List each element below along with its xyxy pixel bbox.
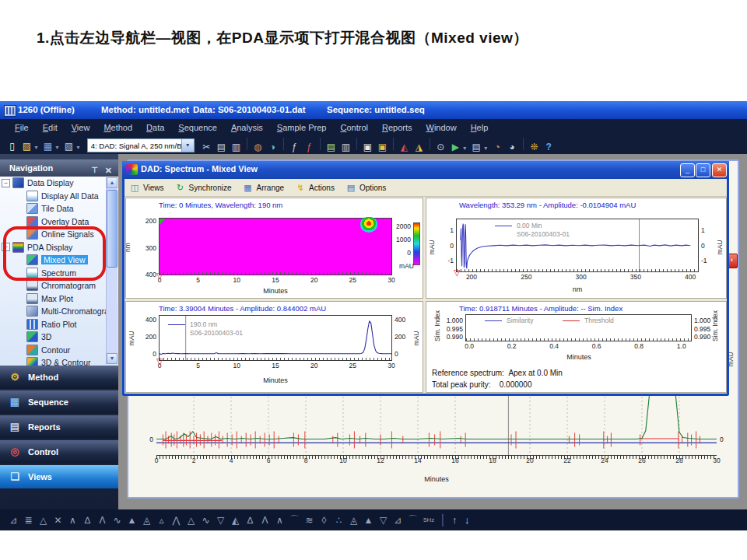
report-icon[interactable]: ▤	[470, 140, 483, 154]
sidebar-button-control[interactable]: ◎Control	[0, 440, 118, 464]
globe-icon[interactable]: ◍	[251, 140, 265, 154]
integration-tool-icon[interactable]: ≣	[21, 515, 36, 526]
arrow-down-icon[interactable]: ↓	[461, 514, 473, 526]
save-icon[interactable]: ▦	[41, 139, 54, 153]
integration-tool-icon[interactable]: ∧	[65, 515, 80, 526]
integration-tool-icon[interactable]: △	[184, 515, 198, 526]
dad-toolbar-options[interactable]: ▤Options	[345, 183, 386, 192]
tree-item-data-display[interactable]: –Data Display	[0, 177, 118, 190]
red-cursor-marker-icon[interactable]: ▽	[156, 356, 163, 366]
integration-tool-icon[interactable]: ◊	[317, 515, 331, 526]
menu-method[interactable]: Method	[96, 121, 139, 134]
integration-tool-icon[interactable]: ◬	[346, 515, 361, 526]
navigation-header[interactable]: Navigation ⊤ ✕	[0, 159, 118, 177]
timer-icon[interactable]: ◔	[491, 140, 504, 154]
calibrate-icon[interactable]: ▣	[361, 140, 374, 154]
dad-toolbar-actions[interactable]: ↯Actions	[295, 183, 335, 192]
dad-toolbar-synchronize[interactable]: ↻Synchronize	[175, 183, 232, 192]
contour-plot-area[interactable]: 051015202530200300400◤▽	[159, 218, 392, 275]
tree-item-tile-data[interactable]: Tile Data	[0, 202, 118, 215]
integration-tool-icon[interactable]: ∿	[110, 515, 124, 526]
chromatogram-plot-area[interactable]: 02468101214161820222426283000	[156, 393, 717, 455]
green-cursor-marker-icon[interactable]: ◤	[160, 217, 166, 226]
sidebar-button-reports[interactable]: ▤Reports	[0, 415, 118, 439]
menu-control[interactable]: Control	[333, 121, 374, 134]
integration-tool-icon[interactable]: ▽	[376, 515, 391, 526]
menu-data[interactable]: Data	[139, 121, 171, 134]
integration-tool-icon[interactable]: ✕	[51, 515, 65, 526]
integration-tool-icon[interactable]: ≋	[302, 515, 317, 526]
auto-integrate-icon[interactable]: ◮	[412, 140, 426, 154]
sidebar-button-views[interactable]: ❏Views	[0, 465, 118, 488]
scrollbar-thumb[interactable]	[107, 190, 117, 268]
red-cursor-marker-icon[interactable]: ▽	[454, 268, 460, 278]
integrate-icon[interactable]: ◭	[398, 140, 411, 154]
tree-item-max-plot[interactable]: Max Plot	[0, 292, 118, 306]
sidebar-button-method[interactable]: ⚙Method	[0, 366, 118, 389]
maximize-button[interactable]: □	[696, 163, 710, 177]
menu-file[interactable]: File	[8, 121, 36, 134]
print-icon[interactable]: ▧	[62, 139, 75, 153]
integration-tool-icon[interactable]: ⊿	[391, 515, 405, 526]
function-red-icon[interactable]: ƒ	[303, 140, 316, 154]
tree-item-chromatogram[interactable]: Chromatogram	[0, 279, 118, 292]
scroll-down-icon[interactable]: ▼	[107, 353, 117, 364]
close-button[interactable]: ✕	[712, 163, 727, 177]
integration-tool-icon[interactable]: ∴	[331, 515, 346, 526]
integration-tool-icon[interactable]: ▲	[124, 515, 139, 526]
integration-tool-icon[interactable]: ▲	[361, 515, 376, 526]
integration-tool-icon[interactable]: ∆	[80, 515, 95, 526]
dropdown-arrow-icon[interactable]: ▼	[462, 145, 468, 151]
open-icon[interactable]: ▨	[20, 139, 33, 153]
copy-icon[interactable]: ▤	[215, 140, 228, 154]
paste-icon[interactable]: ▥	[230, 140, 243, 154]
menu-sample-prep[interactable]: Sample Prep	[270, 121, 334, 134]
integration-tool-icon[interactable]: Λ	[258, 515, 272, 526]
dad-toolbar-arrange[interactable]: ▦Arrange	[243, 183, 285, 192]
app-titlebar[interactable]: 1260 (Offline) Method: untitled.met Data…	[0, 101, 747, 119]
integration-tool-icon[interactable]: ⋀	[169, 515, 184, 526]
tree-item-display-all-data[interactable]: Display All Data	[0, 190, 118, 203]
dropdown-arrow-icon[interactable]: ▼	[54, 145, 60, 150]
dropdown-arrow-icon[interactable]: ▼	[33, 145, 39, 150]
help-icon[interactable]: ?	[542, 140, 556, 154]
dad-toolbar-views[interactable]: ◫Views	[129, 183, 164, 192]
integration-tool-icon[interactable]: ∧	[272, 515, 287, 526]
chevron-down-icon[interactable]: ▼	[181, 139, 194, 152]
menu-view[interactable]: View	[65, 121, 97, 134]
tree-item-contour[interactable]: Contour	[0, 344, 118, 357]
spectrum-plot-area[interactable]: 2002503003504001100-1-1▽	[456, 219, 699, 272]
integration-tool-icon[interactable]: ∆	[243, 515, 258, 526]
dad-titlebar[interactable]: DAD: Spectrum - Mixed View _ □ ✕	[122, 161, 729, 179]
integration-tool-icon[interactable]: ◭	[228, 515, 243, 526]
minimize-button[interactable]: _	[680, 163, 695, 177]
expand-icon[interactable]: –	[2, 179, 10, 187]
edit-method-icon[interactable]: ▤	[324, 140, 338, 154]
wizard-icon[interactable]: ❊	[528, 140, 541, 154]
recalibrate-icon[interactable]: ▣	[376, 140, 389, 154]
tree-scrollbar[interactable]: ▲ ▼	[106, 177, 117, 364]
integration-tool-icon[interactable]: Λ	[95, 515, 110, 526]
tree-item-ratio-plot[interactable]: Ratio Plot	[0, 318, 118, 331]
integration-tool-icon[interactable]: ⌒	[405, 513, 420, 527]
dropdown-arrow-icon[interactable]: ▼	[483, 145, 489, 151]
integration-tool-icon[interactable]: ⊿	[6, 515, 21, 526]
dropdown-arrow-icon[interactable]: ▼	[75, 145, 81, 150]
red-cursor-marker-icon[interactable]: ▽	[156, 271, 163, 281]
method-info-icon[interactable]: ▥	[339, 140, 352, 154]
integration-tool-icon[interactable]: ∿	[198, 515, 213, 526]
tree-item-3d-contour[interactable]: 3D & Contour	[0, 356, 118, 366]
signal-selector[interactable]: 4: DAD: Signal A, 250 nm/Bw:4 nm ▼	[87, 138, 195, 152]
function-icon[interactable]: ƒ	[288, 140, 301, 154]
integration-tool-icon[interactable]: △	[36, 515, 51, 526]
menu-help[interactable]: Help	[464, 121, 496, 134]
menu-reports[interactable]: Reports	[375, 121, 419, 134]
clock-icon[interactable]: ◕	[506, 140, 519, 154]
menu-edit[interactable]: Edit	[36, 121, 65, 134]
integration-tool-icon[interactable]: ◬	[139, 515, 154, 526]
sidebar-button-sequence[interactable]: ▦Sequence	[0, 390, 118, 414]
menu-analysis[interactable]: Analysis	[224, 121, 270, 134]
scroll-up-icon[interactable]: ▲	[107, 177, 117, 188]
run-icon[interactable]: ▶	[449, 140, 462, 154]
integration-tool-icon[interactable]: ⌒	[287, 513, 302, 527]
